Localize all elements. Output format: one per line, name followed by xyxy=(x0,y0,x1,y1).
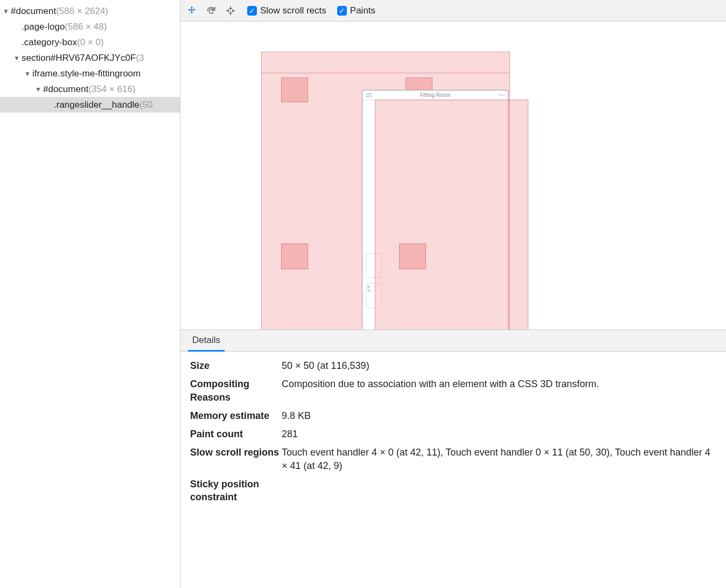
tree-label: .page-logo xyxy=(22,22,65,32)
hamburger-icon[interactable] xyxy=(366,93,372,97)
details-label: Size xyxy=(190,359,282,372)
tree-row[interactable]: ▼#document(354 × 616) xyxy=(0,81,180,97)
tree-dimensions: (3 xyxy=(136,53,144,64)
details-value: 9.8 KB xyxy=(282,409,716,422)
tree-row[interactable]: ▼iframe.style-me-fittingroom xyxy=(0,66,180,81)
details-label: Compositing Reasons xyxy=(190,377,282,404)
tree-dimensions: (0 × 0) xyxy=(77,37,104,48)
details-label: Sticky position constraint xyxy=(190,478,282,504)
layer-rect-iframe-overlay[interactable] xyxy=(375,100,528,330)
tree-label: .rangeslider__handle xyxy=(54,100,139,110)
pan-icon[interactable] xyxy=(186,5,198,17)
layer-viewer[interactable]: Fitting Room BM xyxy=(180,22,726,330)
main-panel: ✓ Slow scroll rects ✓ Paints Fitting xyxy=(180,0,726,588)
slow-scroll-checkbox[interactable]: ✓ Slow scroll rects xyxy=(247,5,326,16)
details-row: Memory estimate9.8 KB xyxy=(190,409,716,422)
paints-checkbox[interactable]: ✓ Paints xyxy=(337,5,375,16)
tree-label: #document xyxy=(11,6,56,17)
layer-rect-small-4[interactable] xyxy=(399,243,426,269)
details-row: Sticky position constraint xyxy=(190,478,716,504)
details-row: Paint count281 xyxy=(190,428,716,440)
details-label: Paint count xyxy=(190,428,282,440)
tree-dimensions: (586 × 48) xyxy=(65,22,107,32)
tree-row[interactable]: .page-logo(586 × 48) xyxy=(0,19,180,34)
fitting-room-titlebar: Fitting Room xyxy=(362,90,508,100)
rotate-icon[interactable] xyxy=(205,5,217,17)
layer-rect-divider xyxy=(262,73,509,73)
layer-rect-small-3[interactable] xyxy=(281,243,308,269)
tree-row[interactable]: ▼#document(586 × 2624) xyxy=(0,3,180,19)
details-label: Memory estimate xyxy=(190,409,282,422)
details-value: Touch event handler 4 × 0 (at 42, 11), T… xyxy=(282,446,716,472)
tree-dimensions: (586 × 2624) xyxy=(56,6,108,17)
details-body: Size50 × 50 (at 116,539)Compositing Reas… xyxy=(180,352,726,519)
details-label: Slow scroll regions xyxy=(190,446,282,459)
details-value: Composition due to association with an e… xyxy=(282,377,716,390)
app-root: ▼#document(586 × 2624).page-logo(586 × 4… xyxy=(0,0,726,588)
disclosure-arrow-icon[interactable]: ▼ xyxy=(24,70,31,78)
checkbox-checked-icon: ✓ xyxy=(337,6,347,16)
tree-dimensions: (50 xyxy=(139,100,153,110)
disclosure-arrow-icon[interactable]: ▼ xyxy=(2,8,10,15)
tree-row[interactable]: ▼section#HRV67AOFKJYc0F(3 xyxy=(0,50,180,66)
tree-dimensions: (354 × 616) xyxy=(88,84,135,95)
tree-label: iframe.style-me-fittingroom xyxy=(32,68,141,79)
checkbox-checked-icon: ✓ xyxy=(247,6,257,16)
viewer-toolbar: ✓ Slow scroll rects ✓ Paints xyxy=(180,0,726,22)
tree-label: .category-box xyxy=(22,37,77,48)
details-value: 281 xyxy=(282,428,716,440)
disclosure-arrow-icon[interactable]: ▼ xyxy=(34,86,42,93)
tree-row[interactable]: .rangeslider__handle(50 xyxy=(0,97,180,113)
paints-label: Paints xyxy=(350,5,375,16)
details-panel: Details Size50 × 50 (at 116,539)Composit… xyxy=(180,330,726,588)
tree-label: #document xyxy=(43,84,88,95)
layer-rect-small-1[interactable] xyxy=(281,78,308,102)
slow-scroll-label: Slow scroll rects xyxy=(260,5,326,16)
details-value: 50 × 50 (at 116,539) xyxy=(282,359,716,372)
reset-view-icon[interactable] xyxy=(225,5,236,17)
details-tabs: Details xyxy=(180,330,726,352)
details-row: Size50 × 50 (at 116,539) xyxy=(190,359,716,372)
tree-label: section#HRV67AOFKJYc0F xyxy=(22,53,136,64)
tree-row[interactable]: .category-box(0 × 0) xyxy=(0,34,180,50)
tab-details[interactable]: Details xyxy=(188,331,225,352)
layer-tree[interactable]: ▼#document(586 × 2624).page-logo(586 × 4… xyxy=(0,0,180,588)
disclosure-arrow-icon[interactable]: ▼ xyxy=(13,54,20,62)
minimize-icon[interactable] xyxy=(499,95,505,95)
details-row: Compositing ReasonsComposition due to as… xyxy=(190,377,716,404)
fitting-room-title: Fitting Room xyxy=(420,92,451,98)
details-row: Slow scroll regionsTouch event handler 4… xyxy=(190,446,716,472)
